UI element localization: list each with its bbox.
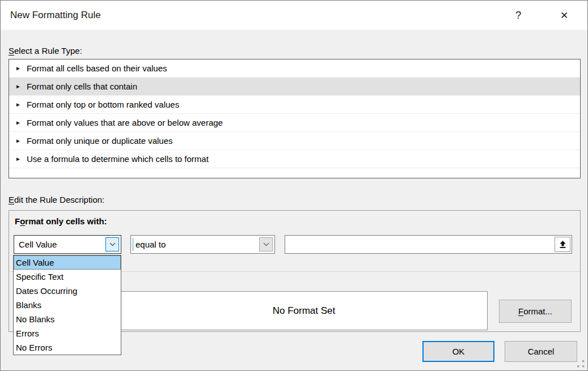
chevron-down-icon[interactable] [105, 237, 119, 251]
operator-dropdown[interactable]: equal to [130, 235, 275, 254]
rule-type-item-formula[interactable]: ► Use a formula to determine which cells… [9, 150, 580, 168]
value-input[interactable] [287, 237, 537, 251]
arrow-bullet-icon: ► [15, 156, 21, 162]
rule-type-item-cells-that-contain[interactable]: ► Format only cells that contain [9, 78, 580, 96]
cell-value-dropdown[interactable]: Cell Value [14, 235, 121, 254]
dropdown-option-errors[interactable]: Errors [14, 326, 121, 340]
dropdown-option-dates-occurring[interactable]: Dates Occurring [14, 284, 121, 298]
format-button[interactable]: Format... [499, 300, 572, 323]
cancel-button[interactable]: Cancel [505, 341, 577, 362]
operator-dropdown-value: equal to [136, 236, 166, 253]
resize-grip[interactable] [577, 360, 585, 368]
rule-type-label: Format only top or bottom ranked values [27, 100, 179, 109]
dialog-title: New Formatting Rule [10, 1, 101, 30]
dropdown-option-no-errors[interactable]: No Errors [14, 340, 121, 355]
titlebar: New Formatting Rule ? ✕ [1, 1, 587, 30]
collapse-dialog-icon [559, 240, 567, 249]
rule-type-label: Format only cells that contain [27, 82, 137, 91]
text-caret [132, 238, 134, 251]
arrow-bullet-icon: ► [15, 102, 21, 108]
rule-type-list: ► Format all cells based on their values… [9, 59, 581, 178]
ok-button[interactable]: OK [422, 341, 494, 362]
rule-type-item-all-cells[interactable]: ► Format all cells based on their values [9, 59, 580, 78]
value-input-wrapper [285, 235, 572, 254]
cell-value-dropdown-popup: Cell Value Specific Text Dates Occurring… [13, 255, 121, 355]
collapse-dialog-button[interactable] [555, 237, 570, 252]
rule-type-item-top-bottom[interactable]: ► Format only top or bottom ranked value… [9, 96, 580, 114]
edit-rule-description-label: Edit the Rule Description: [9, 195, 104, 204]
dropdown-option-no-blanks[interactable]: No Blanks [14, 312, 121, 326]
rule-type-item-unique-duplicate[interactable]: ► Format only unique or duplicate values [9, 132, 580, 150]
dropdown-option-blanks[interactable]: Blanks [14, 298, 121, 312]
arrow-bullet-icon: ► [15, 66, 21, 71]
arrow-bullet-icon: ► [15, 120, 21, 126]
close-button[interactable]: ✕ [553, 1, 575, 30]
rule-type-label: Format only values that are above or bel… [27, 118, 223, 127]
rule-type-label: Format all cells based on their values [27, 63, 167, 73]
format-preview-box: No Format Set [120, 291, 488, 330]
rule-type-item-above-below-average[interactable]: ► Format only values that are above or b… [9, 114, 580, 132]
arrow-bullet-icon: ► [15, 84, 21, 89]
preview-text: No Format Set [273, 305, 336, 317]
rule-type-label: Format only unique or duplicate values [27, 136, 173, 146]
help-icon: ? [515, 9, 522, 22]
dropdown-option-specific-text[interactable]: Specific Text [14, 270, 121, 284]
new-formatting-rule-dialog: New Formatting Rule ? ✕ Select a Rule Ty… [0, 0, 588, 371]
cell-value-dropdown-value: Cell Value [19, 236, 57, 253]
help-button[interactable]: ? [507, 1, 529, 30]
arrow-bullet-icon: ► [15, 138, 21, 144]
close-icon: ✕ [560, 10, 568, 22]
format-only-cells-with-label: Format only cells with: [15, 216, 107, 226]
select-rule-type-label: Select a Rule Type: [9, 46, 82, 56]
dropdown-option-cell-value[interactable]: Cell Value [14, 255, 121, 270]
rule-type-label: Use a formula to determine which cells t… [27, 154, 209, 164]
chevron-down-icon[interactable] [259, 237, 273, 251]
